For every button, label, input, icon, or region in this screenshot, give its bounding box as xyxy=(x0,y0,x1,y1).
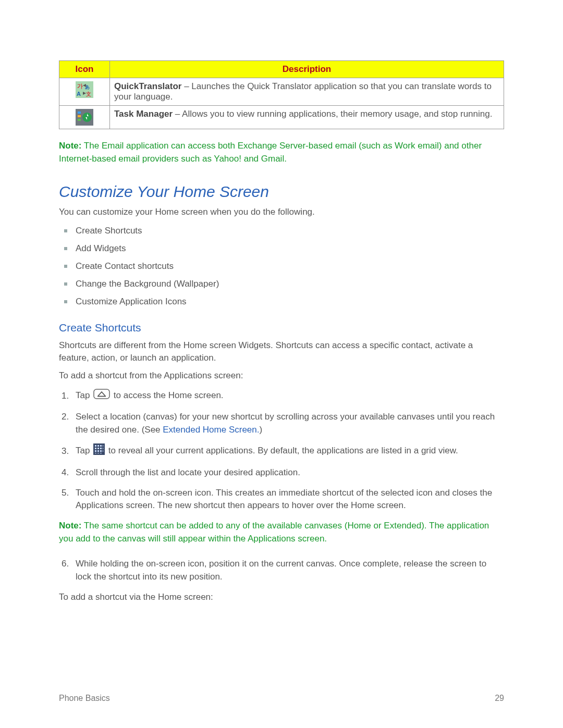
table-header-icon: Icon xyxy=(59,61,110,78)
step-5: Touch and hold the on-screen icon. This … xyxy=(71,487,504,512)
step-6: While holding the on-screen icon, positi… xyxy=(71,558,504,583)
step-1: Tap to access the Home screen. xyxy=(71,389,504,403)
step-3: Tap to reveal all your current applicati… xyxy=(71,443,504,459)
task-manager-description: Task Manager – Allows you to view runnin… xyxy=(110,106,504,129)
list-item: Create Contact shortcuts xyxy=(74,261,504,272)
list-item: Add Widgets xyxy=(74,243,504,254)
svg-rect-16 xyxy=(103,445,103,447)
footer-page-number: 29 xyxy=(495,694,504,703)
steps-list: Tap to access the Home screen. Select a … xyxy=(59,389,504,512)
list-item: Customize Application Icons xyxy=(74,297,504,307)
table-row: 가 あ A 文 QuickTranslator – Launches the Q… xyxy=(59,78,504,106)
svg-rect-23 xyxy=(100,450,102,452)
extended-home-screen-link[interactable]: Extended Home Screen. xyxy=(163,425,259,435)
svg-rect-19 xyxy=(100,448,102,449)
svg-rect-26 xyxy=(97,453,99,453)
page-footer: Phone Basics 29 xyxy=(59,694,504,703)
subsection-lead: To add a shortcut from the Applications … xyxy=(59,369,504,382)
svg-rect-10 xyxy=(94,389,109,399)
svg-rect-25 xyxy=(95,453,96,453)
home-button-icon xyxy=(93,389,110,403)
svg-rect-18 xyxy=(97,448,99,449)
step-2: Select a location (canvas) for your new … xyxy=(71,411,504,436)
svg-text:A: A xyxy=(77,91,81,97)
svg-rect-8 xyxy=(78,119,81,121)
svg-rect-24 xyxy=(103,450,103,452)
svg-rect-22 xyxy=(97,450,99,452)
svg-rect-6 xyxy=(78,112,81,114)
svg-rect-7 xyxy=(78,115,81,117)
svg-rect-14 xyxy=(97,445,99,447)
svg-rect-27 xyxy=(100,453,102,453)
step-4: Scroll through the list and locate your … xyxy=(71,466,504,479)
svg-rect-17 xyxy=(95,448,96,449)
list-item: Create Shortcuts xyxy=(74,226,504,236)
table-row: Task Manager – Allows you to view runnin… xyxy=(59,106,504,129)
svg-rect-21 xyxy=(95,450,96,452)
section-title: Customize Your Home Screen xyxy=(59,183,504,201)
icon-description-table: Icon Description 가 あ A 文 xyxy=(59,60,504,129)
subsection-lead-2: To add a shortcut via the Home screen: xyxy=(59,591,504,603)
note-email: Note: The Email application can access b… xyxy=(59,140,504,165)
table-header-description: Description xyxy=(110,61,504,78)
section-intro: You can customize your Home screen when … xyxy=(59,206,504,218)
apps-grid-icon xyxy=(93,443,105,459)
note-shortcut: Note: The same shortcut can be added to … xyxy=(59,520,504,545)
svg-rect-20 xyxy=(103,448,103,449)
quicktranslator-description: QuickTranslator – Launches the Quick Tra… xyxy=(110,78,504,106)
list-item: Change the Background (Wallpaper) xyxy=(74,279,504,289)
subsection-title: Create Shortcuts xyxy=(59,322,504,334)
svg-rect-15 xyxy=(100,445,102,447)
svg-rect-13 xyxy=(95,445,96,447)
subsection-intro: Shortcuts are different from the Home sc… xyxy=(59,339,504,364)
customize-bullets: Create Shortcuts Add Widgets Create Cont… xyxy=(59,226,504,307)
quicktranslator-icon: 가 あ A 文 xyxy=(59,78,110,106)
svg-text:가: 가 xyxy=(77,83,83,89)
svg-text:文: 文 xyxy=(85,91,91,97)
steps-list-continued: While holding the on-screen icon, positi… xyxy=(59,558,504,583)
footer-section: Phone Basics xyxy=(59,694,110,703)
task-manager-icon xyxy=(59,106,110,129)
document-page: Icon Description 가 あ A 文 xyxy=(0,0,563,728)
